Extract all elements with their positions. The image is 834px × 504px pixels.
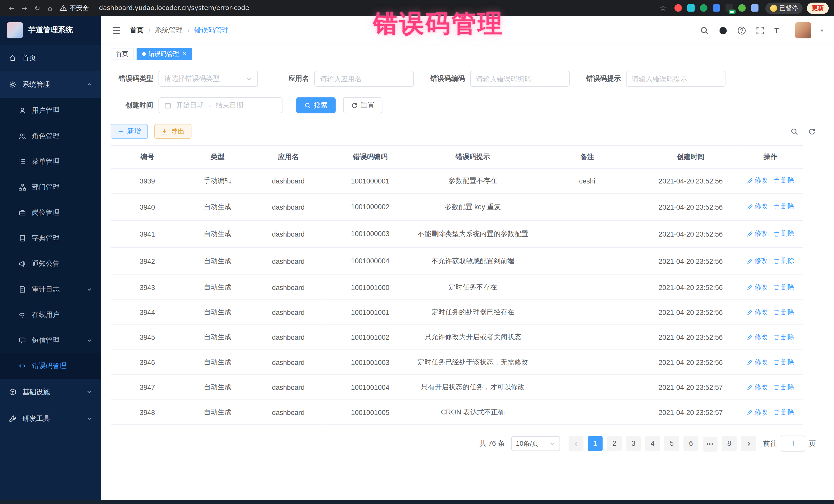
breadcrumb-item[interactable]: 系统管理 <box>155 25 183 35</box>
sidebar-item[interactable]: 错误码管理 <box>0 353 101 378</box>
search-button[interactable]: 搜索 <box>296 97 335 113</box>
add-button[interactable]: 新增 <box>111 124 148 139</box>
tab[interactable]: 错误码管理× <box>137 48 192 60</box>
edit-link[interactable]: 修改 <box>746 408 768 417</box>
help-icon[interactable] <box>737 26 746 35</box>
sidebar-item-label: 岗位管理 <box>32 208 60 217</box>
tab[interactable]: 首页 <box>111 48 133 60</box>
forward-icon[interactable]: → <box>18 4 31 12</box>
user-avatar[interactable] <box>795 22 811 38</box>
sidebar-item[interactable]: 字典管理 <box>0 225 101 251</box>
sidebar-item[interactable]: 审计日志 <box>0 277 101 302</box>
page-button[interactable]: 8 <box>722 436 737 451</box>
app-name-input[interactable] <box>314 71 414 87</box>
page-button[interactable]: 3 <box>626 436 641 451</box>
error-code-input[interactable] <box>470 71 570 87</box>
fullscreen-icon[interactable] <box>756 26 765 35</box>
edit-link[interactable]: 修改 <box>746 229 768 238</box>
sidebar-item[interactable]: 系统管理 <box>0 71 101 98</box>
sidebar-item[interactable]: 通知公告 <box>0 251 101 277</box>
browser-update-button[interactable]: 更新 <box>807 2 829 14</box>
page-ellipsis[interactable]: ••• <box>703 437 718 452</box>
page-button[interactable]: 4 <box>645 436 660 451</box>
toggle-search-icon[interactable] <box>790 127 798 135</box>
cell-actions: 修改删除 <box>738 350 803 375</box>
delete-link[interactable]: 删除 <box>773 202 794 211</box>
extension-icon[interactable] <box>700 4 707 12</box>
delete-link[interactable]: 删除 <box>773 382 794 392</box>
sidebar-item[interactable]: 角色管理 <box>0 124 101 149</box>
profile-paused-badge[interactable]: 已暂停 <box>765 2 803 14</box>
breadcrumb-item[interactable]: 错误码管理 <box>194 25 229 35</box>
delete-link[interactable]: 删除 <box>773 358 794 367</box>
edit-link[interactable]: 修改 <box>746 202 768 211</box>
edit-link[interactable]: 修改 <box>746 257 768 266</box>
font-size-icon[interactable]: TT <box>774 26 786 35</box>
page-button[interactable]: 1 <box>588 436 602 451</box>
github-icon[interactable] <box>719 26 727 35</box>
reload-icon[interactable]: ↻ <box>31 4 44 12</box>
goto-page-input[interactable] <box>781 436 805 452</box>
browser-home-icon[interactable]: ⌂ <box>44 4 57 12</box>
edit-link[interactable]: 修改 <box>746 333 768 342</box>
delete-link[interactable]: 删除 <box>773 408 794 417</box>
edit-link[interactable]: 修改 <box>746 358 768 367</box>
extension-icon[interactable] <box>674 4 682 12</box>
edit-link[interactable]: 修改 <box>746 382 768 392</box>
extension-icon[interactable]: on <box>725 4 733 12</box>
sidebar-item[interactable]: 用户管理 <box>0 98 101 123</box>
extension-icon[interactable] <box>687 4 695 12</box>
bookmark-star-icon[interactable]: ☆ <box>657 4 670 12</box>
extension-icon[interactable] <box>712 4 720 12</box>
cell-time: 2021-04-20 23:52:57 <box>643 400 738 425</box>
page-button[interactable]: 5 <box>664 436 679 451</box>
refresh-icon[interactable] <box>808 127 816 135</box>
page-button[interactable]: 6 <box>683 436 698 451</box>
cell-type: 自动生成 <box>184 375 251 400</box>
pagination: 共 76 条 10条/页 123456•••8 前往 页 <box>111 436 816 452</box>
sidebar-item[interactable]: 在线用户 <box>0 302 101 327</box>
export-button[interactable]: 导出 <box>154 124 192 139</box>
sidebar-item[interactable]: 岗位管理 <box>0 200 101 225</box>
sidebar-item[interactable]: 基础设施 <box>0 379 101 406</box>
sidebar-toggle-icon[interactable] <box>112 26 121 35</box>
edit-link[interactable]: 修改 <box>746 308 768 317</box>
sidebar-item[interactable]: 短信管理 <box>0 328 101 353</box>
sidebar-item[interactable]: 菜单管理 <box>0 149 101 174</box>
security-indicator[interactable]: 不安全 <box>60 3 89 12</box>
extensions-puzzle-icon[interactable] <box>751 4 758 12</box>
error-hint-input[interactable] <box>626 71 726 87</box>
chevron-down-icon[interactable]: ▾ <box>821 27 823 34</box>
extension-icon[interactable] <box>738 4 745 12</box>
search-icon[interactable] <box>700 26 709 35</box>
breadcrumb-item[interactable]: 首页 <box>130 25 144 35</box>
delete-icon <box>773 258 780 264</box>
divider <box>94 4 94 12</box>
next-page-button[interactable] <box>741 436 756 451</box>
error-type-select[interactable]: 请选择错误码类型 <box>159 71 258 87</box>
date-range-picker[interactable]: 开始日期 - 结束日期 <box>159 97 283 113</box>
sidebar-item[interactable]: 首页 <box>0 45 101 71</box>
table-row: 3948自动生成dashboard1001001005CRON 表达式不正确20… <box>111 400 803 425</box>
delete-link[interactable]: 删除 <box>773 176 794 185</box>
edit-link[interactable]: 修改 <box>746 176 768 185</box>
page-size-select[interactable]: 10条/页 <box>511 436 560 451</box>
edit-link[interactable]: 修改 <box>746 283 768 292</box>
delete-link[interactable]: 删除 <box>773 333 794 342</box>
sidebar-item[interactable]: 研发工具 <box>0 405 101 432</box>
delete-link[interactable]: 删除 <box>773 308 794 317</box>
cell-time: 2021-04-20 23:52:56 <box>643 168 738 193</box>
plus-icon <box>117 128 125 135</box>
delete-link[interactable]: 删除 <box>773 257 794 266</box>
close-icon[interactable]: × <box>183 50 186 58</box>
delete-link[interactable]: 删除 <box>773 283 794 292</box>
delete-link[interactable]: 删除 <box>773 229 794 238</box>
back-icon[interactable]: ← <box>5 4 18 12</box>
chevron-down-icon <box>87 287 92 292</box>
prev-page-button[interactable] <box>569 436 584 451</box>
page-button[interactable]: 2 <box>607 436 622 451</box>
sidebar-item[interactable]: 部门管理 <box>0 175 101 200</box>
url-bar[interactable]: dashboard.yudao.iocoder.cn/system/error-… <box>99 4 249 12</box>
reset-button[interactable]: 重置 <box>343 97 382 113</box>
app-logo[interactable]: 芋道管理系统 <box>0 16 101 45</box>
